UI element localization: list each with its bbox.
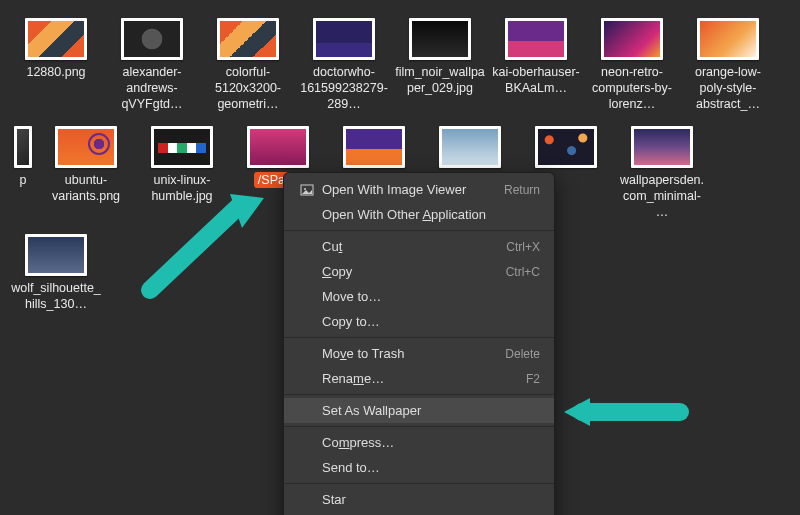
menu-move-to[interactable]: Move to… [284, 284, 554, 309]
thumbnail-icon [217, 18, 279, 60]
menu-set-wallpaper[interactable]: Set As Wallpaper [284, 398, 554, 423]
menu-cut[interactable]: CutCtrl+X [284, 234, 554, 259]
menu-copy-to[interactable]: Copy to… [284, 309, 554, 334]
thumbnail-icon [247, 126, 309, 168]
menu-copy[interactable]: CopyCtrl+C [284, 259, 554, 284]
file-label: wolf_silhouette_hills_130… [11, 280, 101, 312]
menu-separator [284, 337, 554, 338]
file-item[interactable]: colorful-5120x3200-geometri… [200, 18, 296, 112]
file-label: 12880.png [26, 64, 85, 80]
file-label: neon-retro-computers-by-lorenz… [587, 64, 677, 112]
thumbnail-icon [25, 18, 87, 60]
file-item[interactable]: orange-low-poly-style-abstract_… [680, 18, 776, 112]
thumbnail-icon [151, 126, 213, 168]
menu-accel: Return [504, 183, 540, 197]
svg-marker-3 [564, 398, 590, 426]
file-item[interactable]: kai-oberhauser-BKAaLm… [488, 18, 584, 112]
menu-label: Star [322, 492, 540, 507]
thumbnail-icon [409, 18, 471, 60]
context-menu: Open With Image Viewer Return Open With … [283, 172, 555, 515]
file-item[interactable]: neon-retro-computers-by-lorenz… [584, 18, 680, 112]
thumbnail-icon [121, 18, 183, 60]
annotation-arrow-icon [560, 390, 690, 430]
thumbnail-icon [343, 126, 405, 168]
menu-accel: Ctrl+C [506, 265, 540, 279]
menu-accel: Delete [505, 347, 540, 361]
menu-separator [284, 230, 554, 231]
menu-label: Send to… [322, 460, 540, 475]
menu-send-to[interactable]: Send to… [284, 455, 554, 480]
menu-label: Move to Trash [322, 346, 505, 361]
menu-star[interactable]: Star [284, 487, 554, 512]
menu-label: Rename… [322, 371, 526, 386]
menu-label: Copy [322, 264, 506, 279]
menu-label: Cut [322, 239, 506, 254]
annotation-arrow-icon [130, 190, 280, 300]
menu-label: Open With Other Application [322, 207, 540, 222]
thumbnail-icon [505, 18, 567, 60]
file-label: p [20, 172, 27, 188]
file-label: alexander-andrews-qVYFgtd… [107, 64, 197, 112]
file-item[interactable]: wolf_silhouette_hills_130… [8, 234, 104, 312]
image-icon [298, 183, 316, 197]
thumbnail-icon [55, 126, 117, 168]
file-item[interactable]: 12880.png [8, 18, 104, 112]
menu-open-other-app[interactable]: Open With Other Application [284, 202, 554, 227]
menu-open-image-viewer[interactable]: Open With Image Viewer Return [284, 177, 554, 202]
thumbnail-icon [535, 126, 597, 168]
menu-separator [284, 483, 554, 484]
thumbnail-icon [439, 126, 501, 168]
file-item[interactable]: wallpapersden.com_minimal-… [614, 126, 710, 220]
file-item[interactable]: ubuntu-variants.png [38, 126, 134, 220]
file-label: orange-low-poly-style-abstract_… [683, 64, 773, 112]
menu-separator [284, 394, 554, 395]
thumbnail-icon [631, 126, 693, 168]
file-label: film_noir_wallpaper_029.jpg [395, 64, 485, 96]
file-item[interactable]: p [8, 126, 38, 220]
menu-rename[interactable]: Rename…F2 [284, 366, 554, 391]
menu-separator [284, 426, 554, 427]
menu-label: Move to… [322, 289, 540, 304]
thumbnail-icon [25, 234, 87, 276]
svg-point-1 [304, 188, 306, 190]
file-label: wallpapersden.com_minimal-… [617, 172, 707, 220]
menu-compress[interactable]: Compress… [284, 430, 554, 455]
thumbnail-icon [14, 126, 32, 168]
menu-label: Set As Wallpaper [322, 403, 540, 418]
file-label: doctorwho-161599238279-289… [299, 64, 389, 112]
file-item[interactable]: film_noir_wallpaper_029.jpg [392, 18, 488, 112]
file-label: ubuntu-variants.png [41, 172, 131, 204]
menu-label: Copy to… [322, 314, 540, 329]
menu-move-trash[interactable]: Move to TrashDelete [284, 341, 554, 366]
menu-accel: F2 [526, 372, 540, 386]
file-item[interactable]: doctorwho-161599238279-289… [296, 18, 392, 112]
thumbnail-icon [313, 18, 375, 60]
file-label: colorful-5120x3200-geometri… [203, 64, 293, 112]
menu-accel: Ctrl+X [506, 240, 540, 254]
thumbnail-icon [697, 18, 759, 60]
menu-label: Compress… [322, 435, 540, 450]
file-label: kai-oberhauser-BKAaLm… [491, 64, 581, 96]
file-item[interactable]: alexander-andrews-qVYFgtd… [104, 18, 200, 112]
thumbnail-icon [601, 18, 663, 60]
menu-label: Open With Image Viewer [322, 182, 504, 197]
